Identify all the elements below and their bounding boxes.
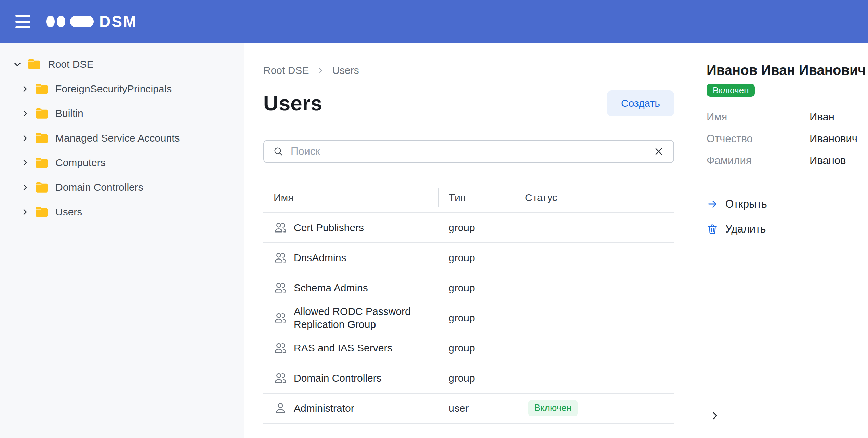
column-header-status: Статус <box>515 183 674 212</box>
tree-item-label: ForeignSecurityPrincipals <box>55 83 172 95</box>
brand-name: DSM <box>99 14 137 29</box>
folder-icon <box>35 181 49 194</box>
tree-item-root-dse[interactable]: Root DSE <box>0 52 244 77</box>
search-input[interactable] <box>291 145 654 158</box>
group-icon <box>274 221 287 235</box>
breadcrumb-root-dse[interactable]: Root DSE <box>263 64 309 77</box>
table-row[interactable]: Administrator user Включен <box>263 394 674 424</box>
create-button[interactable]: Создать <box>607 90 674 116</box>
hamburger-menu-icon[interactable] <box>15 15 30 28</box>
user-icon <box>274 401 287 415</box>
detail-field-row: Имя Иван <box>707 110 861 124</box>
tree-item[interactable]: Builtin <box>0 101 244 126</box>
chevron-right-icon[interactable] <box>21 109 29 118</box>
row-type: group <box>438 342 515 354</box>
table-row[interactable]: RAS and IAS Servers group <box>263 333 674 363</box>
field-label: Имя <box>707 110 810 124</box>
row-type: group <box>438 312 515 324</box>
chevron-right-icon[interactable] <box>21 183 29 192</box>
row-type: group <box>438 252 515 264</box>
row-name: DnsAdmins <box>294 251 346 264</box>
search-icon <box>273 146 284 157</box>
trash-icon <box>707 223 718 235</box>
row-name: Cert Publishers <box>294 221 364 234</box>
search-box <box>263 140 674 163</box>
tree-item-label: Builtin <box>55 108 83 119</box>
tree-item-label: Users <box>55 206 82 218</box>
detail-panel: Иванов Иван Иванович Включен Имя Иван От… <box>694 43 868 438</box>
table-row[interactable]: Cert Publishers group <box>263 213 674 243</box>
row-type: group <box>438 282 515 294</box>
field-label: Отчество <box>707 132 810 146</box>
row-name: Administrator <box>294 402 354 415</box>
tree-item[interactable]: Domain Controllers <box>0 175 244 200</box>
open-action-label: Открыть <box>725 198 767 210</box>
tree-children: ForeignSecurityPrincipals Builtin Manage… <box>0 77 244 224</box>
group-icon <box>274 311 287 325</box>
group-icon <box>274 371 287 385</box>
tree-item[interactable]: Computers <box>0 150 244 175</box>
chevron-right-icon[interactable] <box>21 84 29 93</box>
breadcrumb-users[interactable]: Users <box>332 64 359 77</box>
detail-fields: Имя Иван Отчество Иванович Фамилия Ивано… <box>707 110 861 168</box>
chevron-right-icon <box>317 67 324 74</box>
field-label: Фамилия <box>707 154 810 168</box>
chevron-right-icon[interactable] <box>21 134 29 143</box>
detail-title: Иванов Иван Иванович <box>707 62 861 79</box>
field-value: Иванович <box>810 132 861 146</box>
folder-icon <box>35 157 49 169</box>
detail-field-row: Фамилия Иванов <box>707 154 861 168</box>
row-type: group <box>438 222 515 234</box>
users-table: Имя Тип Статус Cert Publishers group Dns… <box>263 183 674 424</box>
table-row[interactable]: Allowed RODC Password Replication Group … <box>263 303 674 333</box>
logo-pill-icon <box>70 16 94 27</box>
table-row[interactable]: DnsAdmins group <box>263 243 674 273</box>
row-type: user <box>438 402 515 414</box>
row-name: Domain Controllers <box>294 372 382 385</box>
status-badge: Включен <box>707 84 755 97</box>
tree-item-label: Domain Controllers <box>55 182 143 193</box>
tree-item-label: Computers <box>55 157 106 169</box>
topbar: DSM <box>0 0 868 43</box>
row-name: RAS and IAS Servers <box>294 342 392 355</box>
table-header: Имя Тип Статус <box>263 183 674 213</box>
row-status-badge: Включен <box>528 400 578 416</box>
clear-search-icon[interactable] <box>654 146 664 157</box>
group-icon <box>274 281 287 295</box>
field-value: Иванов <box>810 154 861 168</box>
delete-action-label: Удалить <box>725 223 766 235</box>
row-name: Allowed RODC Password Replication Group <box>294 305 430 331</box>
tree-item-label: Managed Service Accounts <box>55 132 180 144</box>
page-title: Users <box>263 91 322 115</box>
folder-icon <box>35 132 49 144</box>
app-logo: DSM <box>46 14 137 29</box>
delete-action[interactable]: Удалить <box>707 222 861 236</box>
folder-icon <box>27 58 41 70</box>
tree-item[interactable]: Users <box>0 200 244 224</box>
group-icon <box>274 341 287 355</box>
tree-item[interactable]: Managed Service Accounts <box>0 126 244 150</box>
folder-icon <box>35 83 49 95</box>
chevron-right-icon[interactable] <box>21 158 29 167</box>
table-row[interactable]: Schema Admins group <box>263 273 674 303</box>
main-content: Root DSE Users Users Создать Имя Тип Ста… <box>244 43 694 438</box>
chevron-right-icon[interactable] <box>21 208 29 216</box>
tree-item[interactable]: ForeignSecurityPrincipals <box>0 77 244 101</box>
breadcrumb: Root DSE Users <box>263 64 674 77</box>
sidebar-tree: Root DSE ForeignSecurityPrincipals Built… <box>0 43 244 438</box>
open-action[interactable]: Открыть <box>707 197 861 211</box>
folder-icon <box>35 107 49 120</box>
logo-dot-icon <box>57 16 65 27</box>
table-body: Cert Publishers group DnsAdmins group Sc… <box>263 213 674 424</box>
detail-field-row: Отчество Иванович <box>707 132 861 146</box>
row-type: group <box>438 372 515 384</box>
group-icon <box>274 251 287 265</box>
chevron-down-icon[interactable] <box>13 60 22 69</box>
row-name: Schema Admins <box>294 281 368 294</box>
collapse-panel-chevron-icon[interactable] <box>709 410 721 422</box>
arrow-right-icon <box>707 198 718 210</box>
column-header-type: Тип <box>438 183 515 212</box>
tree-item-label: Root DSE <box>48 58 93 70</box>
table-row[interactable]: Domain Controllers group <box>263 363 674 394</box>
field-value: Иван <box>810 110 861 124</box>
